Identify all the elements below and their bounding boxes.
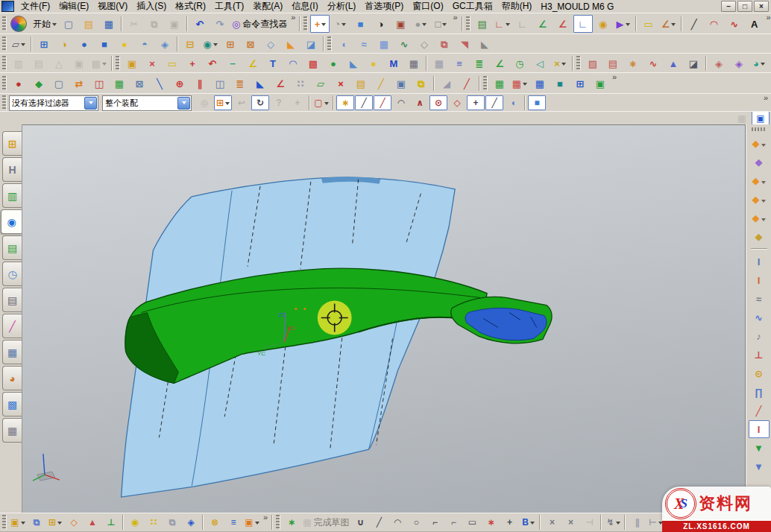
exploded-view-button[interactable]: ▣ <box>243 514 261 531</box>
trim-curve-2-button[interactable]: × <box>561 514 579 531</box>
snap-point-on-face-button[interactable]: ◖ <box>504 95 522 110</box>
templates-tab[interactable]: ▦ <box>2 418 22 443</box>
mosaic-green-button[interactable]: ▦ <box>490 75 509 92</box>
view-toolbar-overflow[interactable]: » <box>451 13 459 21</box>
face-analysis-3-button[interactable]: ∗ <box>623 54 643 72</box>
revolve-button[interactable]: ◑ <box>54 35 74 53</box>
snap-point-toggle-button[interactable]: ∗ <box>336 95 354 110</box>
fit-view-button[interactable]: + <box>310 15 330 33</box>
freeform-button[interactable]: ◈ <box>155 35 174 53</box>
calculator-button[interactable]: ▦ <box>404 54 424 72</box>
slider-lifter-button[interactable]: I <box>749 271 770 289</box>
wave-geometry-button[interactable]: ◈ <box>182 514 200 531</box>
arc-tool-button[interactable]: ◠ <box>705 15 724 33</box>
selection-bar-overflow[interactable]: » <box>762 94 770 101</box>
snap-existing-point-button[interactable]: + <box>467 95 485 110</box>
scene-tab[interactable]: ▩ <box>2 392 22 417</box>
mold-pencil-button[interactable]: ╱ <box>457 75 476 92</box>
datum-plane-button[interactable]: ⊟ <box>180 35 200 53</box>
sketch-point-button[interactable]: + <box>500 514 518 531</box>
sketch-arc-button[interactable]: ◠ <box>388 514 406 531</box>
menu-insert[interactable]: 插入(S) <box>132 0 171 13</box>
detail-view-button[interactable]: △ <box>49 54 69 72</box>
menu-edit[interactable]: 编辑(E) <box>54 0 93 13</box>
copy-button[interactable]: ⧉ <box>145 15 164 33</box>
internet-explorer-tab[interactable]: ◉ <box>1 209 22 234</box>
boolean-button[interactable]: ◉ <box>201 35 220 53</box>
mosaic-red-button[interactable]: ▦ <box>510 75 529 92</box>
mold-slide-button[interactable]: ◆ <box>749 209 770 227</box>
undo-selection-button[interactable]: ↩ <box>233 95 251 110</box>
draft-button[interactable]: ◣ <box>281 35 300 53</box>
orient-csys-button[interactable]: ∟ <box>493 15 512 33</box>
material-button[interactable]: M <box>384 54 403 72</box>
cylinder-button[interactable]: ● <box>75 35 94 53</box>
sketch-circle-button[interactable]: ○ <box>407 514 425 531</box>
assembly-sequence-button[interactable]: ≡ <box>224 514 242 531</box>
mold-split-button[interactable]: ◫ <box>89 75 109 92</box>
grid-plus-button[interactable]: ⊞ <box>570 75 590 92</box>
new-component-button[interactable]: ⊞ <box>46 514 64 531</box>
geometric-constraints-button[interactable]: ∥ <box>628 514 646 531</box>
menu-file[interactable]: 文件(F) <box>16 0 54 13</box>
close-button[interactable]: × <box>754 1 769 12</box>
trim-body-button[interactable]: ◪ <box>301 35 321 53</box>
angle-ruler-button[interactable]: ∠ <box>243 54 262 72</box>
shell-button[interactable]: ◇ <box>261 35 280 53</box>
visual-palette-tab[interactable]: ╱ <box>2 314 22 338</box>
through-curve-mesh-button[interactable]: ▦ <box>374 35 394 53</box>
history-tab[interactable]: ◷ <box>2 262 22 286</box>
wireframe-with-dim-button[interactable]: ▣ <box>391 15 410 33</box>
sketch-task-button[interactable]: ▱ <box>9 35 28 53</box>
block-button[interactable]: ■ <box>95 35 114 53</box>
face-analysis-6-button[interactable]: ◪ <box>684 54 703 72</box>
sketch-chamfer-button[interactable]: ⌐ <box>444 514 462 531</box>
more-surface-button[interactable]: ◣ <box>475 35 494 53</box>
color-palette-button[interactable]: ▦ <box>110 75 129 92</box>
region-analysis-button[interactable]: ▩ <box>303 54 323 72</box>
studio-spline-button[interactable]: ∿ <box>725 15 744 33</box>
parting-line-button[interactable]: ╲ <box>150 75 169 92</box>
pattern-component-button[interactable]: ⧉ <box>28 514 45 531</box>
workpiece-button[interactable]: ▢ <box>49 75 69 92</box>
sound-cue-button[interactable]: ◁ <box>530 54 550 72</box>
menu-gc-toolbox[interactable]: GC工具箱 <box>448 0 497 13</box>
initialize-project-button[interactable]: ● <box>9 75 28 92</box>
extrude-button[interactable]: ⊞ <box>34 35 54 53</box>
bounded-text-button[interactable]: T <box>263 54 283 72</box>
visual-snapshot-button[interactable]: ◉ <box>594 15 613 33</box>
sketch-fillet-button[interactable]: ⌐ <box>426 514 444 531</box>
through-curves-button[interactable]: ≈ <box>354 35 374 53</box>
layer-colors-button[interactable]: ≣ <box>230 75 250 92</box>
locate-point-button[interactable]: ⊕ <box>170 75 189 92</box>
cut-button[interactable]: ✂ <box>125 15 144 33</box>
marquee-select-button[interactable]: ▢ <box>312 95 330 110</box>
break-view-button[interactable]: ▣ <box>69 54 89 72</box>
sketch-check-button[interactable]: ▱ <box>311 75 330 92</box>
cavity-layout-button[interactable]: ⇄ <box>69 75 89 92</box>
solid-face-select-button[interactable]: ■ <box>528 95 546 110</box>
redo-button[interactable]: ↷ <box>210 15 230 33</box>
sketch-pattern-button[interactable]: ∗ <box>482 514 500 531</box>
slider-part[interactable] <box>451 297 552 343</box>
csys-wcs-button[interactable]: ∟ <box>513 15 532 33</box>
sphere-button[interactable]: ● <box>115 35 134 53</box>
slope-triangle-button[interactable]: ◣ <box>344 54 363 72</box>
mold-toolbar-overflow[interactable]: » <box>611 73 618 80</box>
section-view-button[interactable]: ▤ <box>29 54 48 72</box>
new-file-button[interactable]: ▢ <box>59 15 78 33</box>
deformed-component-button[interactable]: ⧉ <box>163 514 181 531</box>
curvature-comb-button[interactable]: ◠ <box>283 54 303 72</box>
csys-dynamics-button[interactable]: ∠ <box>533 15 553 33</box>
subtract-button[interactable]: ⊠ <box>241 35 260 53</box>
parting-guide-button[interactable]: ∥ <box>190 75 210 92</box>
sketch-line-button[interactable]: ╱ <box>370 514 388 531</box>
snap-intersection-button[interactable]: ∧ <box>411 95 429 110</box>
line-tool-button[interactable]: ╱ <box>685 15 704 33</box>
mold-pocket-button[interactable]: ◆ <box>749 227 770 245</box>
system-materials-tab[interactable]: ▤ <box>2 288 22 312</box>
cavity-patch-button[interactable]: ⊠ <box>130 75 149 92</box>
shaded-button[interactable]: ■ <box>350 15 370 33</box>
tool-folder-button[interactable]: ▤ <box>351 75 371 92</box>
ruled-surface-button[interactable]: ◖ <box>334 35 353 53</box>
